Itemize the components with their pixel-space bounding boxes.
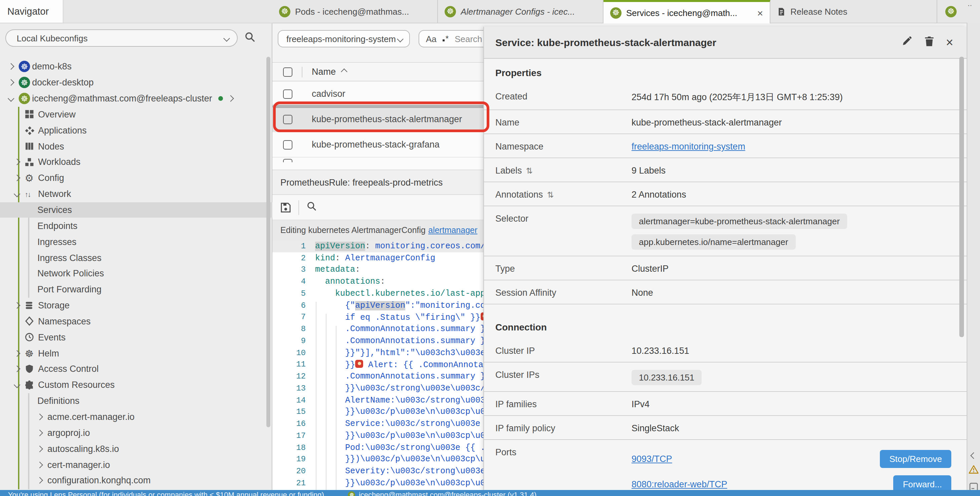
sidebar-item-network-policies[interactable]: Network Policies (0, 266, 272, 282)
namespace-link[interactable]: freeleaps-monitoring-system (632, 141, 745, 151)
sidebar-item-storage[interactable]: Storage (0, 297, 272, 313)
drawer-row-ports: Ports9093/TCPStop/Remove8080:reloader-we… (484, 440, 967, 496)
sidebar-item-cert-manager-io[interactable]: cert-manager.io (0, 456, 272, 473)
drawer-row-value: 9 Labels (632, 164, 666, 176)
sidebar-item-label: Custom Resources (38, 380, 115, 390)
sidebar-item-ingresses[interactable]: Ingresses (0, 234, 272, 250)
edited-resource-link[interactable]: alertmanager (428, 226, 477, 235)
sidebar-item-events[interactable]: Events (0, 329, 272, 345)
sidebar-item-label: icecheng@mathmast.com@freeleaps-cluster (32, 94, 212, 103)
sidebar-item-port-forwarding[interactable]: Port Forwarding (0, 282, 272, 298)
overflow-dots-icon: ‥ (968, 0, 972, 7)
port-forward-button[interactable]: Stop/Remove (880, 450, 951, 467)
sidebar-item-namespaces[interactable]: Namespaces (0, 313, 272, 329)
sidebar-item-services[interactable]: Services (0, 202, 272, 218)
name-column-header[interactable]: Name (312, 67, 336, 77)
drawer-row-label: Annotations⇅ (495, 188, 632, 200)
chevron-down-icon (14, 191, 21, 197)
sidebar-item-configuration-konghq-com[interactable]: configuration.konghq.com (0, 473, 272, 489)
sidebar-item-overview[interactable]: Overview (0, 107, 272, 122)
sidebar-item-network[interactable]: ↑↓Network (0, 186, 272, 202)
kubernetes-icon: ☸ (19, 93, 30, 104)
sidebar-scrollbar[interactable] (266, 57, 270, 427)
kubernetes-icon: ☸ (945, 6, 957, 17)
row-name: cadvisor (312, 89, 345, 99)
sidebar-item-definitions[interactable]: Definitions (0, 393, 272, 409)
row-checkbox[interactable] (283, 159, 293, 162)
namespace-select[interactable]: freeleaps-monitoring-system (278, 30, 410, 48)
sidebar-item-workloads[interactable]: Workloads (0, 154, 272, 170)
chevron-left-icon[interactable] (971, 448, 976, 461)
match-case-icon[interactable]: Aa (426, 34, 437, 44)
sort-ascending-icon[interactable] (341, 68, 347, 75)
kubeconfig-select-value: Local Kubeconfigs (17, 33, 88, 43)
chevron-down-icon (8, 95, 14, 102)
sidebar-item-label: Helm (38, 348, 59, 358)
sidebar-item-docker-desktop[interactable]: ☸docker-desktop (0, 75, 272, 91)
line-number: 13 (272, 384, 315, 393)
chevron-right-icon (37, 445, 43, 452)
tab-label: Services - icecheng@math... (626, 8, 748, 18)
tab-services-icecheng-math[interactable]: ☸Services - icecheng@math...× (603, 0, 770, 23)
sidebar-item-nodes[interactable]: Nodes (0, 138, 272, 154)
edit-icon[interactable] (901, 35, 913, 49)
sidebar-item-acme-cert-manager-io[interactable]: acme.cert-manager.io (0, 409, 272, 425)
drawer-scrollbar[interactable] (959, 57, 964, 337)
right-edge-strip (967, 23, 980, 490)
drawer-row-created: Created254d 17h 50m ago (2025年1月13日 GMT+… (484, 84, 967, 110)
sidebar-item-icecheng-mathmast-com-freeleaps-cluster[interactable]: ☸icecheng@mathmast.com@freeleaps-cluster (0, 91, 272, 107)
select-all-checkbox[interactable] (283, 67, 293, 76)
sort-toggle-icon[interactable]: ⇅ (547, 190, 554, 199)
drawer-row-ip-family-policy: IP family policySingleStack (484, 416, 967, 440)
sidebar-item-config[interactable]: ⚙Config (0, 170, 272, 186)
chevron-right-icon (14, 366, 21, 372)
sidebar-item-helm[interactable]: ☸Helm (0, 345, 272, 361)
sidebar-item-ingress-classes[interactable]: Ingress Classes (0, 250, 272, 266)
kubeconfig-select[interactable]: Local Kubeconfigs (5, 29, 238, 47)
drawer-row-cluster-ip: Cluster IP10.233.16.151 (484, 339, 967, 362)
kubernetes-icon: ☸ (19, 77, 30, 89)
line-number: 9 (272, 337, 315, 346)
status-bar: You're using Lens Personal (for individu… (0, 490, 980, 496)
tab-overflow-area: ☸‥ (937, 0, 980, 23)
chevron-right-icon (14, 159, 21, 165)
port-link[interactable]: 9093/TCP (632, 454, 672, 464)
chevron-right-icon (14, 175, 21, 181)
navigator-tab[interactable]: Navigator (0, 0, 64, 23)
delete-icon[interactable] (924, 35, 935, 49)
sidebar-item-access-control[interactable]: Access Control (0, 361, 272, 377)
sidebar-item-applications[interactable]: Applications (0, 122, 272, 138)
connected-status-dot (218, 96, 223, 101)
search-icon[interactable] (306, 200, 317, 214)
sidebar-item-demo-k8s[interactable]: ☸demo-k8s (0, 59, 272, 75)
close-icon[interactable]: × (946, 36, 953, 49)
sidebar-item-label: Overview (38, 110, 76, 119)
sidebar-item-custom-resources[interactable]: Custom Resources (0, 377, 272, 393)
value-chip: app.kubernetes.io/name=alertmanager (632, 234, 795, 250)
kubernetes-icon: ☸ (610, 7, 622, 18)
save-icon[interactable] (280, 202, 291, 213)
search-icon[interactable] (244, 31, 256, 45)
sidebar-item-endpoints[interactable]: Endpoints (0, 218, 272, 234)
close-icon[interactable]: × (757, 7, 763, 18)
port-link[interactable]: 8080:reloader-web/TCP (632, 479, 727, 489)
tab-label: Alertmanager Configs - icec... (461, 6, 596, 16)
row-checkbox[interactable] (283, 140, 293, 149)
sort-toggle-icon[interactable]: ⇅ (526, 166, 533, 175)
doc-icon (777, 6, 786, 16)
active-cluster-status[interactable]: icecheng@mathmast.com@freeleaps-cluster … (359, 490, 537, 496)
drawer-row-label: Selector (495, 212, 632, 224)
line-number: 18 (272, 443, 315, 452)
tab-alertmanager-configs-icec[interactable]: ☸Alertmanager Configs - icec... (438, 0, 603, 23)
drawer-row-value: 2 Annotations (632, 188, 686, 200)
tab-pods-icecheng-mathmas[interactable]: ☸Pods - icecheng@mathmas... (272, 0, 438, 23)
chevron-right-icon[interactable] (227, 95, 234, 102)
row-checkbox[interactable] (283, 89, 293, 99)
tab-release-notes[interactable]: Release Notes (770, 0, 937, 23)
grid-icon (25, 110, 34, 119)
chevron-right-icon (14, 350, 21, 356)
sidebar-item-autoscaling-k8s-io[interactable]: autoscaling.k8s.io (0, 441, 272, 457)
regex-icon[interactable]: * (442, 34, 449, 43)
sidebar-item-argoproj-io[interactable]: argoproj.io (0, 425, 272, 441)
warning-icon[interactable] (969, 465, 978, 477)
